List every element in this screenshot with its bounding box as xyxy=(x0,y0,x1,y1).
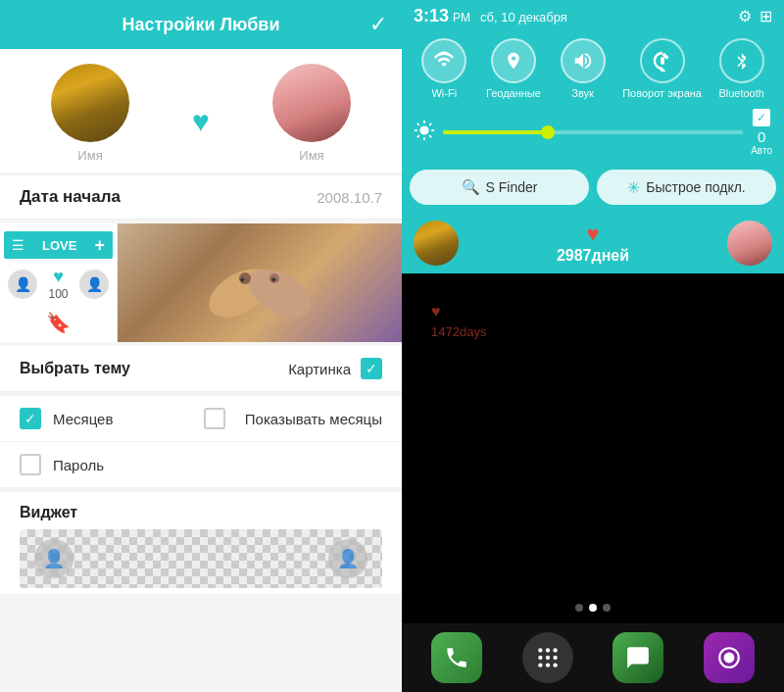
location-circle xyxy=(491,38,536,83)
brightness-slider[interactable] xyxy=(443,130,743,134)
brightness-thumb xyxy=(541,125,555,139)
rotate-label: Поворот экрана xyxy=(622,87,702,99)
add-icon[interactable]: + xyxy=(94,235,105,256)
dock-apps-icon[interactable] xyxy=(522,632,573,683)
notif-days: 2987дней xyxy=(557,247,629,265)
toggle-bluetooth[interactable]: Bluetooth xyxy=(712,38,771,99)
location-icon xyxy=(504,50,523,72)
bookmark-icon: 🔖 xyxy=(46,311,71,334)
profile-avatar-left[interactable]: Имя xyxy=(51,64,129,163)
status-icons: ⚙ ⊞ xyxy=(738,7,772,25)
status-date: сб, 10 декабря xyxy=(480,10,567,25)
heart-center-icon: ♥ xyxy=(192,105,210,138)
show-months-label: Показывать месяцы xyxy=(245,411,382,427)
check-icon[interactable]: ✓ xyxy=(369,12,387,37)
bluetooth-label: Bluetooth xyxy=(718,87,763,99)
toggle-sound[interactable]: Звук xyxy=(554,38,612,99)
couple-image: ✦ ✦ xyxy=(118,223,402,342)
love-widget-section: ☰ LOVE + 👤 ♥ 100 👤 🔖 xyxy=(0,223,402,342)
date-value: 2008.10.7 xyxy=(317,189,382,206)
toggle-rotate[interactable]: Поворот экрана xyxy=(622,38,702,99)
wifi-circle xyxy=(421,38,466,83)
svg-point-16 xyxy=(553,663,557,667)
widget-preview: 👤 👤 xyxy=(20,529,382,588)
rotate-circle xyxy=(640,38,685,83)
quick-toggles: Wi-Fi Геоданные Звук xyxy=(402,30,784,103)
avatar-left xyxy=(51,64,129,142)
love-count: ♥ 100 xyxy=(48,267,68,301)
svg-point-7 xyxy=(419,125,428,134)
person-icon-left: 👤 xyxy=(8,270,37,299)
notif-center: ♥ 2987дней xyxy=(557,222,629,265)
password-checkbox[interactable] xyxy=(20,454,41,475)
dock-messages-icon[interactable] xyxy=(612,632,663,683)
dot-3[interactable] xyxy=(603,604,611,612)
dock-bar xyxy=(402,623,784,692)
avatar-right-label: Имя xyxy=(299,148,323,163)
widget-avatar-right: 👤 xyxy=(328,539,368,578)
apps-icon xyxy=(535,645,561,670)
brightness-row: ✓ 0 Авто xyxy=(402,103,784,162)
svg-text:✦: ✦ xyxy=(238,274,246,285)
sound-circle xyxy=(561,38,606,83)
notif-avatar-right xyxy=(727,221,772,266)
gear-icon[interactable]: ⚙ xyxy=(738,7,752,25)
svg-point-12 xyxy=(546,656,550,660)
svg-point-18 xyxy=(723,653,734,664)
quick-connect-button[interactable]: ✳ Быстрое подкл. xyxy=(597,170,776,205)
quick-connect-label: Быстрое подкл. xyxy=(646,179,745,195)
svg-point-15 xyxy=(546,663,550,667)
brightness-icon xyxy=(414,120,435,146)
love-heart-icon: ♥ xyxy=(53,267,64,287)
days-number: 1472days xyxy=(431,324,486,339)
notification-shade: 3:13 PM сб, 10 декабря ⚙ ⊞ Wi- xyxy=(402,0,784,273)
password-option[interactable]: Пароль xyxy=(0,442,402,488)
messages-icon xyxy=(625,645,651,670)
theme-right: Картинка ✓ xyxy=(288,358,382,379)
black-area: ♥ 1472days xyxy=(402,273,784,692)
dot-1[interactable] xyxy=(575,604,583,612)
grid-icon[interactable]: ⊞ xyxy=(760,7,772,25)
search-icon: 🔍 xyxy=(462,178,480,196)
profile-section: Имя ♥ Имя xyxy=(0,49,402,173)
brightness-value: 0 xyxy=(758,128,765,145)
s-finder-button[interactable]: 🔍 S Finder xyxy=(410,170,589,205)
love-count-num: 100 xyxy=(48,287,68,301)
love-bar-label: LOVE xyxy=(42,238,76,253)
love-widget-image: ✦ ✦ xyxy=(118,223,402,342)
status-time: 3:13 xyxy=(414,6,449,26)
svg-point-8 xyxy=(538,648,542,652)
love-notification: ♥ 2987дней xyxy=(402,213,784,273)
rotate-icon xyxy=(652,50,673,72)
date-row[interactable]: Дата начала 2008.10.7 xyxy=(0,174,402,220)
profile-avatar-right[interactable]: Имя xyxy=(272,64,351,163)
menu-icon: ☰ xyxy=(12,237,24,253)
finder-label: S Finder xyxy=(486,179,538,195)
toggle-location[interactable]: Геоданные xyxy=(484,38,543,99)
auto-label: Авто xyxy=(751,145,772,156)
avatar-left-label: Имя xyxy=(77,148,102,163)
bluetooth-icon xyxy=(733,49,751,73)
right-panel: 3:13 PM сб, 10 декабря ⚙ ⊞ Wi- xyxy=(402,0,784,692)
kartinka-checkbox[interactable]: ✓ xyxy=(361,358,382,379)
hands-overlay: ✦ ✦ xyxy=(118,223,402,342)
auto-checkbox[interactable]: ✓ xyxy=(753,109,770,126)
widget-avatar-left: 👤 xyxy=(34,539,74,578)
dock-cam-icon[interactable] xyxy=(704,632,755,683)
svg-rect-6 xyxy=(661,57,664,64)
dock-phone-icon[interactable] xyxy=(431,632,482,683)
hands-svg: ✦ ✦ xyxy=(172,234,348,332)
months-option[interactable]: ✓ Месяцев Показывать месяцы xyxy=(0,396,402,442)
show-months-checkbox[interactable] xyxy=(204,408,225,429)
left-header: Настройки Любви ✓ xyxy=(0,0,402,49)
days-text: ♥ 1472days xyxy=(431,303,486,339)
toggle-wifi[interactable]: Wi-Fi xyxy=(415,38,473,99)
theme-row[interactable]: Выбрать тему Картинка ✓ xyxy=(0,346,402,392)
love-bar: ☰ LOVE + xyxy=(4,231,113,259)
brightness-fill xyxy=(443,130,548,134)
days-heart-icon: ♥ xyxy=(431,303,441,321)
months-checkbox[interactable]: ✓ xyxy=(20,408,41,429)
svg-point-11 xyxy=(538,656,542,660)
status-bar: 3:13 PM сб, 10 декабря ⚙ ⊞ xyxy=(402,0,784,30)
dot-2[interactable] xyxy=(589,604,597,612)
